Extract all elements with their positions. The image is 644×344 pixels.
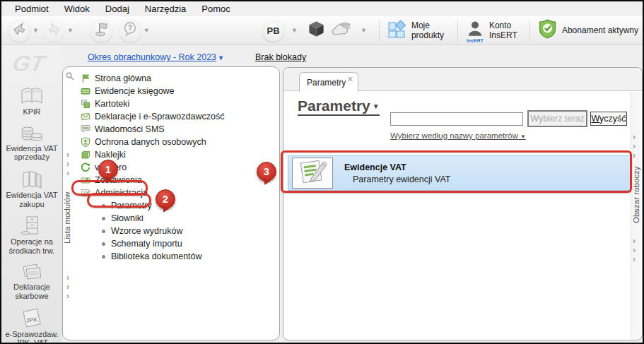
- tab-close-icon[interactable]: ✕: [347, 75, 353, 84]
- card-index-icon: [80, 99, 90, 109]
- shield-icon: [80, 137, 90, 147]
- cube-button[interactable]: [307, 20, 326, 42]
- period-bar: Okres obrachunkowy - Rok 2023▼ Brak blok…: [88, 52, 306, 62]
- help-bubble-icon: ?: [122, 21, 138, 40]
- tree-subitem-biblioteka[interactable]: Biblioteka dokumentów: [80, 250, 276, 263]
- tab-parametry[interactable]: Parametry ✕: [299, 72, 358, 92]
- cube-icon: [307, 20, 326, 42]
- toolbar-separator: [457, 20, 458, 41]
- menu-dodaj[interactable]: Dodaj: [98, 2, 137, 16]
- sidebar-module-deklaracje[interactable]: Deklaracje skarbowe: [2, 261, 62, 300]
- abonament-button[interactable]: [538, 19, 557, 42]
- application-window: Podmiot Widok Dodaj Narzędzia Pomoc ▼ ▼ …: [0, 0, 644, 344]
- insert-logo-badge: InsERT: [466, 38, 484, 43]
- annotation-marker-1: 1: [98, 160, 118, 179]
- toolbar-nav-group: ▼ ▼ ? ▼: [8, 16, 154, 45]
- moje-produkty-button[interactable]: [387, 20, 406, 42]
- subscription-shield-icon: [538, 19, 557, 42]
- jpk-document-icon: JPK: [20, 307, 44, 328]
- tree-subitem-slowniki[interactable]: Słowniki: [80, 212, 276, 225]
- tree-item-administracja[interactable]: Administracja: [80, 186, 276, 199]
- sidebar-module-vat-sprzedazy[interactable]: Ewidencja VAT sprzedaży: [2, 123, 62, 162]
- tree-subitem-parametry[interactable]: Parametry: [80, 199, 276, 212]
- user-avatar[interactable]: PB: [262, 20, 284, 42]
- list-item-icon-box: [292, 158, 333, 189]
- period-link[interactable]: Okres obrachunkowy - Rok 2023▼: [88, 52, 224, 62]
- bullet-icon: [102, 217, 105, 220]
- tab-bar: Parametry ✕: [283, 68, 642, 91]
- tree-subitem-schematy-importu[interactable]: Schematy importu: [80, 237, 276, 250]
- tree-item-ochrona-danych[interactable]: Ochrona danych osobowych: [80, 136, 276, 148]
- title-dropdown-caret: ▼: [373, 102, 380, 110]
- products-tiles-icon: [387, 20, 406, 42]
- flag-button[interactable]: [90, 20, 112, 42]
- cloud-button[interactable]: [331, 20, 353, 40]
- help-dropdown-caret[interactable]: ▼: [144, 27, 150, 34]
- kpir-book-icon: [20, 85, 44, 106]
- tree-collapse-strip[interactable]: ››› Lista modułów ›››: [63, 67, 78, 340]
- menu-pomoc[interactable]: Pomoc: [194, 2, 238, 16]
- konto-insert-label[interactable]: Konto InsERT: [489, 20, 522, 41]
- bullet-icon: [102, 255, 105, 259]
- workspace-panel: Parametry ✕ Parametry▼ Wybierz teraz Wyc…: [283, 67, 643, 340]
- collapse-chevrons: ›››: [66, 150, 75, 178]
- forward-button[interactable]: [43, 20, 65, 42]
- tax-papers-icon: [20, 261, 44, 281]
- back-dropdown-caret[interactable]: ▼: [33, 27, 39, 34]
- forward-dropdown-caret[interactable]: ▼: [67, 27, 74, 34]
- tree-item-kartoteki[interactable]: Kartoteki: [80, 97, 276, 110]
- cabinet-icon: [20, 215, 44, 236]
- toolbar: ▼ ▼ ? ▼ PB ▼ ▼ Moje produkty InsERT Kont…: [1, 16, 643, 45]
- ledger-icon: [80, 86, 90, 96]
- back-arrow-icon: [12, 21, 28, 40]
- list-item-title: Ewidencje VAT: [344, 162, 450, 172]
- menu-widok[interactable]: Widok: [57, 2, 98, 16]
- sidebar-module-vat-zakupu[interactable]: Ewidencja VAT zakupu: [2, 168, 62, 208]
- lock-status-link[interactable]: Brak blokady: [255, 52, 306, 62]
- parametry-view: Parametry▼ Wybierz teraz Wyczyść Wybierz…: [283, 91, 631, 340]
- sidebar-module-jpk[interactable]: JPK e-Sprawozdaw. JPK_VAT: [2, 307, 62, 344]
- filter-by-name-link[interactable]: Wybierz według nazwy parametrów ▼: [390, 131, 526, 140]
- back-button[interactable]: [8, 20, 30, 42]
- abonament-label[interactable]: Abonament aktywny: [562, 25, 638, 35]
- cloud-dropdown-caret[interactable]: ▼: [361, 27, 367, 34]
- parameter-search-input[interactable]: [390, 112, 523, 126]
- period-dropdown-caret: ▼: [218, 54, 224, 61]
- moje-produkty-label[interactable]: Moje produkty: [411, 20, 450, 41]
- gt-logo: GT: [10, 51, 47, 77]
- tree-item-strona-glowna[interactable]: Strona główna: [80, 72, 276, 85]
- wyczysc-button[interactable]: Wyczyść: [590, 112, 627, 126]
- toolbar-separator: [379, 20, 380, 41]
- toolbar-account-group: PB ▼ ▼ Moje produkty InsERT Konto InsERT…: [262, 16, 640, 45]
- konto-insert-button[interactable]: InsERT: [466, 20, 484, 41]
- bullet-icon: [102, 242, 105, 246]
- menu-narzedzia[interactable]: Narzędzia: [137, 2, 194, 16]
- workspace-vertical-label: Obszar roboczy: [632, 170, 640, 223]
- page-title[interactable]: Parametry▼: [298, 97, 380, 116]
- vat-parameters-icon: [293, 157, 332, 189]
- coins-icon: [20, 123, 44, 143]
- annotation-marker-2: 2: [156, 189, 175, 209]
- tree-item-ewidencje-ksiegowe[interactable]: Ewidencje księgowe: [80, 85, 276, 97]
- tree-item-wiadomosci-sms[interactable]: SMSWiadomości SMS: [80, 123, 276, 136]
- pin-icon[interactable]: [65, 71, 75, 84]
- user-dropdown-caret[interactable]: ▼: [291, 27, 298, 34]
- wybierz-teraz-button[interactable]: Wybierz teraz: [527, 110, 587, 127]
- help-button[interactable]: ?: [119, 20, 141, 42]
- tree-subitem-wzorce-wydrukow[interactable]: Wzorce wydruków: [80, 225, 276, 237]
- svg-text:SMS: SMS: [82, 126, 88, 130]
- list-item-subtitle: Parametry ewidencji VAT: [353, 174, 450, 184]
- tree-item-deklaracje[interactable]: Deklaracje i e-Sprawozdawczość: [80, 110, 276, 123]
- sidebar-module-srodki-trwale[interactable]: Operacje na środkach trw.: [2, 215, 62, 255]
- workspace-collapse-strip[interactable]: ››› Obszar roboczy ›››: [631, 92, 641, 339]
- reports-check-icon: [80, 175, 90, 185]
- ledger-books-icon: [20, 168, 44, 189]
- ewidencje-vat-list-item[interactable]: Ewidencje VAT Parametry ewidencji VAT: [288, 155, 631, 191]
- collapse-chevrons: ›››: [633, 133, 641, 160]
- stickers-box-icon: [80, 150, 90, 160]
- filter-dropdown-caret: ▼: [520, 134, 526, 140]
- sidebar-module-kpir[interactable]: KPiR: [2, 85, 62, 117]
- annotation-marker-3: 3: [257, 162, 276, 182]
- svg-text:?: ?: [128, 24, 132, 32]
- menu-podmiot[interactable]: Podmiot: [7, 2, 57, 16]
